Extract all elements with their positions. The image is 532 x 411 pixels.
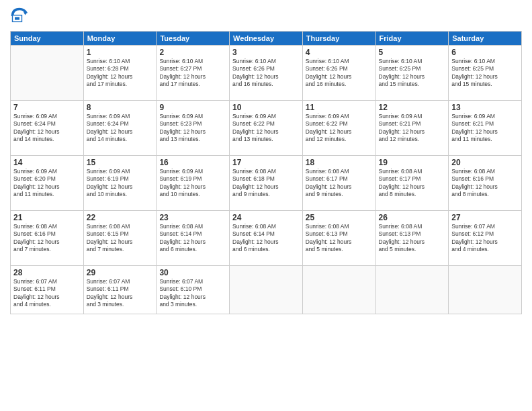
day-info: Sunrise: 6:08 AM Sunset: 6:13 PM Dayligh… <box>379 223 446 254</box>
day-info: Sunrise: 6:09 AM Sunset: 6:24 PM Dayligh… <box>13 113 81 144</box>
day-info: Sunrise: 6:08 AM Sunset: 6:14 PM Dayligh… <box>232 223 300 254</box>
header <box>10 7 522 26</box>
calendar-cell: 12Sunrise: 6:09 AM Sunset: 6:21 PM Dayli… <box>375 101 449 156</box>
day-info: Sunrise: 6:07 AM Sunset: 6:11 PM Dayligh… <box>13 278 81 309</box>
day-number: 29 <box>87 268 154 277</box>
calendar-cell: 6Sunrise: 6:10 AM Sunset: 6:25 PM Daylig… <box>449 46 522 101</box>
calendar-cell: 3Sunrise: 6:10 AM Sunset: 6:26 PM Daylig… <box>230 46 303 101</box>
calendar-cell: 24Sunrise: 6:08 AM Sunset: 6:14 PM Dayli… <box>230 211 303 266</box>
calendar-cell <box>375 266 449 314</box>
day-info: Sunrise: 6:10 AM Sunset: 6:26 PM Dayligh… <box>232 58 300 89</box>
day-info: Sunrise: 6:10 AM Sunset: 6:26 PM Dayligh… <box>306 58 373 89</box>
calendar-header-saturday: Saturday <box>449 32 522 46</box>
day-number: 13 <box>451 103 519 112</box>
day-info: Sunrise: 6:09 AM Sunset: 6:20 PM Dayligh… <box>13 168 81 199</box>
calendar-header-thursday: Thursday <box>302 32 375 46</box>
day-info: Sunrise: 6:08 AM Sunset: 6:14 PM Dayligh… <box>159 223 226 254</box>
day-number: 6 <box>451 48 519 57</box>
day-number: 20 <box>451 158 519 167</box>
calendar-cell: 10Sunrise: 6:09 AM Sunset: 6:22 PM Dayli… <box>230 101 303 156</box>
calendar-cell: 28Sunrise: 6:07 AM Sunset: 6:11 PM Dayli… <box>11 266 84 314</box>
day-number: 25 <box>306 213 373 222</box>
day-number: 23 <box>159 213 226 222</box>
day-info: Sunrise: 6:08 AM Sunset: 6:18 PM Dayligh… <box>232 168 300 199</box>
day-info: Sunrise: 6:08 AM Sunset: 6:17 PM Dayligh… <box>379 168 446 199</box>
day-info: Sunrise: 6:09 AM Sunset: 6:19 PM Dayligh… <box>87 168 154 199</box>
day-info: Sunrise: 6:09 AM Sunset: 6:21 PM Dayligh… <box>451 113 519 144</box>
day-info: Sunrise: 6:08 AM Sunset: 6:16 PM Dayligh… <box>451 168 519 199</box>
calendar-cell: 18Sunrise: 6:08 AM Sunset: 6:17 PM Dayli… <box>302 156 375 211</box>
logo-icon <box>10 7 29 26</box>
calendar-cell: 9Sunrise: 6:09 AM Sunset: 6:23 PM Daylig… <box>157 101 230 156</box>
calendar-header-wednesday: Wednesday <box>230 32 303 46</box>
day-number: 2 <box>159 48 226 57</box>
day-info: Sunrise: 6:08 AM Sunset: 6:17 PM Dayligh… <box>306 168 373 199</box>
day-number: 12 <box>379 103 446 112</box>
calendar-cell: 1Sunrise: 6:10 AM Sunset: 6:28 PM Daylig… <box>83 46 157 101</box>
day-info: Sunrise: 6:09 AM Sunset: 6:23 PM Dayligh… <box>159 113 226 144</box>
day-info: Sunrise: 6:08 AM Sunset: 6:13 PM Dayligh… <box>306 223 373 254</box>
day-number: 7 <box>13 103 81 112</box>
day-info: Sunrise: 6:07 AM Sunset: 6:11 PM Dayligh… <box>87 278 154 309</box>
calendar-week-row: 1Sunrise: 6:10 AM Sunset: 6:28 PM Daylig… <box>11 46 522 101</box>
day-info: Sunrise: 6:10 AM Sunset: 6:28 PM Dayligh… <box>87 58 154 89</box>
calendar-cell: 30Sunrise: 6:07 AM Sunset: 6:10 PM Dayli… <box>157 266 230 314</box>
day-number: 8 <box>87 103 154 112</box>
day-info: Sunrise: 6:10 AM Sunset: 6:25 PM Dayligh… <box>451 58 519 89</box>
calendar-cell <box>11 46 84 101</box>
day-info: Sunrise: 6:10 AM Sunset: 6:25 PM Dayligh… <box>379 58 446 89</box>
day-info: Sunrise: 6:07 AM Sunset: 6:10 PM Dayligh… <box>159 278 226 309</box>
calendar-cell: 20Sunrise: 6:08 AM Sunset: 6:16 PM Dayli… <box>449 156 522 211</box>
day-info: Sunrise: 6:08 AM Sunset: 6:15 PM Dayligh… <box>87 223 154 254</box>
calendar-cell: 16Sunrise: 6:09 AM Sunset: 6:19 PM Dayli… <box>157 156 230 211</box>
day-number: 10 <box>232 103 300 112</box>
calendar-cell: 27Sunrise: 6:07 AM Sunset: 6:12 PM Dayli… <box>449 211 522 266</box>
day-number: 27 <box>451 213 519 222</box>
calendar-header-tuesday: Tuesday <box>157 32 230 46</box>
day-number: 24 <box>232 213 300 222</box>
calendar-cell: 7Sunrise: 6:09 AM Sunset: 6:24 PM Daylig… <box>11 101 84 156</box>
day-info: Sunrise: 6:08 AM Sunset: 6:16 PM Dayligh… <box>13 223 81 254</box>
calendar-cell: 13Sunrise: 6:09 AM Sunset: 6:21 PM Dayli… <box>449 101 522 156</box>
calendar-cell: 29Sunrise: 6:07 AM Sunset: 6:11 PM Dayli… <box>83 266 157 314</box>
calendar-cell <box>302 266 375 314</box>
day-info: Sunrise: 6:09 AM Sunset: 6:22 PM Dayligh… <box>306 113 373 144</box>
calendar-cell <box>449 266 522 314</box>
day-info: Sunrise: 6:09 AM Sunset: 6:19 PM Dayligh… <box>159 168 226 199</box>
day-number: 30 <box>159 268 226 277</box>
day-number: 26 <box>379 213 446 222</box>
day-number: 19 <box>379 158 446 167</box>
calendar-cell: 14Sunrise: 6:09 AM Sunset: 6:20 PM Dayli… <box>11 156 84 211</box>
day-number: 16 <box>159 158 226 167</box>
calendar-cell: 2Sunrise: 6:10 AM Sunset: 6:27 PM Daylig… <box>157 46 230 101</box>
day-number: 11 <box>306 103 373 112</box>
day-number: 22 <box>87 213 154 222</box>
calendar-cell: 21Sunrise: 6:08 AM Sunset: 6:16 PM Dayli… <box>11 211 84 266</box>
calendar-header-friday: Friday <box>375 32 449 46</box>
day-info: Sunrise: 6:10 AM Sunset: 6:27 PM Dayligh… <box>159 58 226 89</box>
calendar-week-row: 21Sunrise: 6:08 AM Sunset: 6:16 PM Dayli… <box>11 211 522 266</box>
calendar-cell: 4Sunrise: 6:10 AM Sunset: 6:26 PM Daylig… <box>302 46 375 101</box>
day-number: 28 <box>13 268 81 277</box>
calendar-cell: 11Sunrise: 6:09 AM Sunset: 6:22 PM Dayli… <box>302 101 375 156</box>
calendar-cell <box>230 266 303 314</box>
day-number: 5 <box>379 48 446 57</box>
calendar-cell: 8Sunrise: 6:09 AM Sunset: 6:24 PM Daylig… <box>83 101 157 156</box>
calendar-week-row: 7Sunrise: 6:09 AM Sunset: 6:24 PM Daylig… <box>11 101 522 156</box>
calendar-cell: 22Sunrise: 6:08 AM Sunset: 6:15 PM Dayli… <box>83 211 157 266</box>
calendar-header-sunday: Sunday <box>11 32 84 46</box>
calendar-header-monday: Monday <box>83 32 157 46</box>
calendar-header-row: SundayMondayTuesdayWednesdayThursdayFrid… <box>11 32 522 46</box>
calendar-week-row: 14Sunrise: 6:09 AM Sunset: 6:20 PM Dayli… <box>11 156 522 211</box>
day-info: Sunrise: 6:09 AM Sunset: 6:22 PM Dayligh… <box>232 113 300 144</box>
day-number: 9 <box>159 103 226 112</box>
calendar-cell: 23Sunrise: 6:08 AM Sunset: 6:14 PM Dayli… <box>157 211 230 266</box>
calendar-week-row: 28Sunrise: 6:07 AM Sunset: 6:11 PM Dayli… <box>11 266 522 314</box>
day-number: 17 <box>232 158 300 167</box>
calendar-cell: 5Sunrise: 6:10 AM Sunset: 6:25 PM Daylig… <box>375 46 449 101</box>
day-number: 4 <box>306 48 373 57</box>
calendar-cell: 19Sunrise: 6:08 AM Sunset: 6:17 PM Dayli… <box>375 156 449 211</box>
calendar-cell: 26Sunrise: 6:08 AM Sunset: 6:13 PM Dayli… <box>375 211 449 266</box>
day-number: 18 <box>306 158 373 167</box>
svg-rect-2 <box>15 17 19 19</box>
